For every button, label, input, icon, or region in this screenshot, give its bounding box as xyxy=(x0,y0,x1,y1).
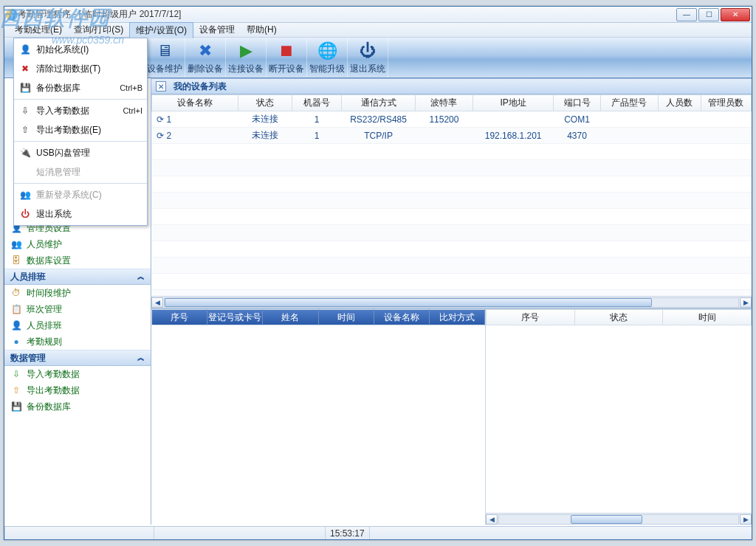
sidebar-item-label: 导出考勤数据 xyxy=(27,384,80,397)
dropdown-item-icon: 👥 xyxy=(18,188,32,201)
bottom-left-col[interactable]: 设备名称 xyxy=(374,309,430,325)
bottom-right-hscrollbar[interactable]: ◀ ▶ xyxy=(486,513,752,525)
status-bar: 15:53:17 xyxy=(4,526,752,539)
grid-col-header[interactable]: 机器号 xyxy=(292,95,342,111)
dropdown-item-label: 清除过期数据(T) xyxy=(36,63,138,75)
grid-col-header[interactable]: 产品型号 xyxy=(600,95,658,111)
dropdown-item-icon: ✖ xyxy=(18,62,32,75)
sidebar-item-label: 人员维护 xyxy=(27,238,62,251)
dropdown-item-7[interactable]: 🔌USB闪盘管理 xyxy=(14,143,147,162)
toolbar-btn-4[interactable]: 🌐智能升级 xyxy=(307,38,348,77)
dropdown-item-11[interactable]: ⏻退出系统 xyxy=(14,204,147,224)
bottom-left-panel: 序号登记号或卡号姓名时间设备名称比对方式 xyxy=(151,309,486,525)
dropdown-item-shortcut: Ctrl+I xyxy=(123,106,142,115)
grid-col-header[interactable]: 通信方式 xyxy=(342,95,415,111)
dropdown-item-0[interactable]: 👤初始化系统(I) xyxy=(14,40,147,59)
dropdown-item-icon: 🔌 xyxy=(18,146,32,159)
device-icon: ⟳ xyxy=(157,131,164,141)
grid-col-header[interactable]: 状态 xyxy=(238,95,292,111)
maximize-button[interactable]: ☐ xyxy=(698,8,719,21)
grid-col-header[interactable]: 管理员数 xyxy=(701,95,751,111)
sidebar-item[interactable]: ⇧导出考勤数据 xyxy=(4,382,151,398)
toolbar-btn-5[interactable]: ⏻退出系统 xyxy=(348,38,388,77)
bottom-left-col[interactable]: 时间 xyxy=(319,309,374,325)
grid-col-header[interactable]: 波特率 xyxy=(415,95,473,111)
toolbar-btn-3[interactable]: ⏹断开设备 xyxy=(267,38,307,77)
toolbar-btn-1[interactable]: ✖删除设备 xyxy=(185,38,226,77)
sidebar-item[interactable]: 🗄数据库设置 xyxy=(4,252,151,269)
dropdown-item-10: 👥重新登录系统(C) xyxy=(14,185,147,204)
sidebar-header[interactable]: 数据管理︽ xyxy=(4,350,151,366)
sidebar-item[interactable]: ⇩导入考勤数据 xyxy=(4,366,151,382)
bottom-right-col[interactable]: 状态 xyxy=(575,309,664,325)
dropdown-item-icon: ⇩ xyxy=(18,104,32,117)
sidebar-item[interactable]: ⏱时间段维护 xyxy=(4,285,151,301)
minimize-button[interactable]: — xyxy=(676,8,697,21)
dropdown-item-icon: ⏻ xyxy=(18,207,32,221)
sidebar-item-label: 人员排班 xyxy=(27,319,62,332)
tab-bar: ✕ 我的设备列表 xyxy=(151,78,752,94)
scroll-right-icon[interactable]: ▶ xyxy=(740,514,752,525)
sidebar-item[interactable]: 📋班次管理 xyxy=(4,301,151,317)
dropdown-item-icon: ⇧ xyxy=(18,123,32,136)
tab-close-icon[interactable]: ✕ xyxy=(156,81,166,91)
title-bar: 考勤管理程序 - [ 临时超级用户 2017/7/12] — ☐ ✕ xyxy=(4,7,752,23)
dropdown-item-1[interactable]: ✖清除过期数据(T) xyxy=(14,59,147,78)
scroll-right-icon[interactable]: ▶ xyxy=(740,297,752,308)
tab-device-list[interactable]: 我的设备列表 xyxy=(169,79,231,94)
menu-help[interactable]: 帮助(H) xyxy=(241,22,283,38)
toolbar-btn-2[interactable]: ▶连接设备 xyxy=(226,38,267,77)
sidebar-item[interactable]: 👤人员排班 xyxy=(4,317,151,334)
bottom-left-col[interactable]: 比对方式 xyxy=(430,309,485,325)
sidebar-item-icon: ⇧ xyxy=(10,384,22,396)
menu-maintenance[interactable]: 维护/设置(O) xyxy=(129,22,193,38)
grid-col-header[interactable]: IP地址 xyxy=(473,95,554,111)
sidebar-item-icon: 💾 xyxy=(10,401,22,412)
bottom-right-col[interactable]: 序号 xyxy=(486,309,575,325)
table-row[interactable]: ⟳2未连接1TCP/IP192.168.1.2014370 xyxy=(152,128,752,144)
toolbar-btn-0[interactable]: 🖥设备维护 xyxy=(145,38,185,77)
bottom-right-panel: 序号状态时间 ◀ ▶ xyxy=(486,309,752,525)
toolbar-label: 连接设备 xyxy=(228,63,264,75)
menu-attendance[interactable]: 考勤处理(E) xyxy=(9,22,68,38)
sidebar-header[interactable]: 人员排班︽ xyxy=(4,269,151,285)
dropdown-item-label: 初始化系统(I) xyxy=(36,44,138,56)
menu-query[interactable]: 查询/打印(S) xyxy=(68,22,129,38)
toolbar-icon: 🖥 xyxy=(154,41,175,61)
grid-col-header[interactable]: 人员数 xyxy=(658,95,701,111)
grid-col-header[interactable]: 设备名称 xyxy=(152,95,238,111)
menu-bar: 考勤处理(E) 查询/打印(S) 维护/设置(O) 设备管理 帮助(H) xyxy=(4,23,752,38)
status-time: 15:53:17 xyxy=(325,527,369,539)
table-row[interactable]: ⟳1未连接1RS232/RS485115200COM1 xyxy=(152,111,752,128)
dropdown-item-label: 备份数据库 xyxy=(36,82,115,94)
scroll-left-icon[interactable]: ◀ xyxy=(151,297,163,308)
sidebar-item-icon: 📋 xyxy=(10,303,22,315)
toolbar-label: 删除设备 xyxy=(188,63,223,75)
sidebar-header-label: 人员排班 xyxy=(10,271,46,283)
dropdown-item-label: 导入考勤数据 xyxy=(36,105,118,117)
menu-device[interactable]: 设备管理 xyxy=(193,22,241,38)
window-buttons: — ☐ ✕ xyxy=(676,8,750,21)
toolbar-icon: 🌐 xyxy=(317,41,337,61)
window-title: 考勤管理程序 - [ 临时超级用户 2017/7/12] xyxy=(18,8,676,21)
dropdown-item-5[interactable]: ⇧导出考勤数据(E) xyxy=(14,120,147,139)
bottom-right-col[interactable]: 时间 xyxy=(663,309,752,325)
sidebar-item[interactable]: ●考勤规则 xyxy=(4,334,151,350)
dropdown-item-label: 短消息管理 xyxy=(36,166,138,179)
dropdown-item-2[interactable]: 💾备份数据库Ctrl+B xyxy=(14,78,147,97)
sidebar-item[interactable]: 👥人员维护 xyxy=(4,236,151,252)
dropdown-item-4[interactable]: ⇩导入考勤数据Ctrl+I xyxy=(14,101,147,120)
dropdown-item-label: 退出系统 xyxy=(36,208,138,221)
bottom-left-col[interactable]: 姓名 xyxy=(263,309,318,325)
sidebar-item[interactable]: 💾备份数据库 xyxy=(4,398,151,415)
chevron-up-icon: ︽ xyxy=(137,272,145,282)
scroll-left-icon[interactable]: ◀ xyxy=(486,514,498,525)
sidebar-item-label: 时间段维护 xyxy=(27,287,71,300)
bottom-left-col[interactable]: 序号 xyxy=(151,309,207,325)
grid-col-header[interactable]: 端口号 xyxy=(554,95,601,111)
bottom-left-col[interactable]: 登记号或卡号 xyxy=(207,309,263,325)
sidebar-item-icon: ⏱ xyxy=(10,287,22,299)
sidebar-item-icon: ⇩ xyxy=(10,368,22,380)
grid-hscrollbar[interactable]: ◀ ▶ xyxy=(151,296,752,308)
close-button[interactable]: ✕ xyxy=(721,8,750,21)
